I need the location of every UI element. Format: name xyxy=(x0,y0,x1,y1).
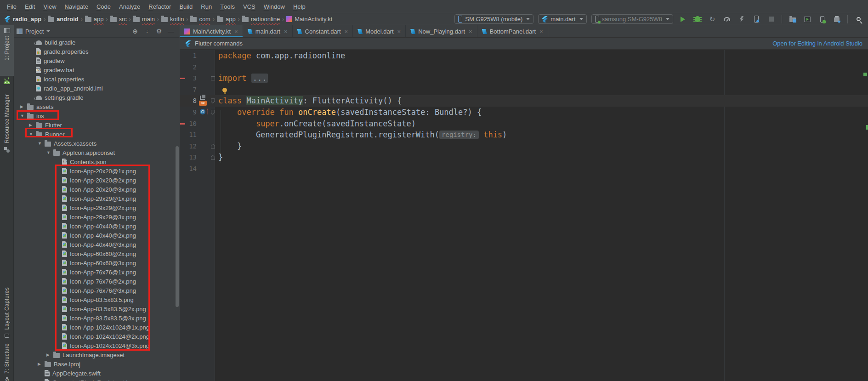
gutter-icons[interactable]: O xyxy=(199,107,211,118)
tree-row-icon-app-1024x1024-2x-png[interactable]: Icon-App-1024x1024@2x.png xyxy=(14,332,179,341)
sync-project-button[interactable] xyxy=(788,14,798,24)
tree-row-gradlew[interactable]: gradlew xyxy=(14,56,179,65)
menu-item-navigate[interactable]: Navigate xyxy=(61,0,92,13)
tree-row-gradle-properties[interactable]: gradle.properties xyxy=(14,47,179,56)
breadcrumb-item-com[interactable]: com xyxy=(190,16,210,23)
tree-row-contents-json[interactable]: Contents.json xyxy=(14,157,179,166)
tab-bottompanel-dart[interactable]: BottomPanel.dart× xyxy=(477,25,548,37)
tree-row-launchimage-imageset[interactable]: ▶LaunchImage.imageset xyxy=(14,350,179,359)
debug-button[interactable] xyxy=(692,14,703,24)
tab-main-dart[interactable]: main.dart× xyxy=(243,25,293,37)
code-editor[interactable]: 1package com.app.radioonline23import ...… xyxy=(180,50,868,381)
tree-row-appicon-appiconset[interactable]: ▼AppIcon.appiconset xyxy=(14,148,179,157)
breadcrumb-item-android[interactable]: android xyxy=(48,16,79,23)
menu-item-edit[interactable]: Edit xyxy=(21,0,39,13)
tree-row-runner[interactable]: ▼Runner xyxy=(14,130,179,139)
breadcrumb-item-kotlin[interactable]: kotlin xyxy=(161,16,184,23)
close-tab-icon[interactable]: × xyxy=(397,28,401,34)
close-tab-icon[interactable]: × xyxy=(284,28,288,34)
close-tab-icon[interactable]: × xyxy=(539,28,543,34)
tree-row-icon-app-40x40-1x-png[interactable]: Icon-App-40x40@1x.png xyxy=(14,222,179,231)
device-selector-dropdown[interactable]: SM G925W8 (mobile) xyxy=(454,14,533,24)
tree-row-icon-app-40x40-2x-png[interactable]: Icon-App-40x40@2x.png xyxy=(14,231,179,240)
tree-row-gradlew-bat[interactable]: gradlew.bat xyxy=(14,65,179,74)
tree-row-icon-app-60x60-2x-png[interactable]: Icon-App-60x60@2x.png xyxy=(14,249,179,258)
fold-marker[interactable] xyxy=(210,152,216,163)
tab-now_playing-dart[interactable]: Now_Playing.dart× xyxy=(406,25,477,37)
tree-row-icon-app-83-5x83-5-2x-png[interactable]: Icon-App-83.5x83.5@2x.png xyxy=(14,304,179,313)
breadcrumb-item-src[interactable]: src xyxy=(110,16,127,23)
apply-changes-button[interactable]: ↻ xyxy=(707,14,717,24)
sidebar-item-structure[interactable]: 7: Structure xyxy=(0,343,14,381)
profile-button[interactable] xyxy=(722,14,732,24)
tree-scrollbar[interactable] xyxy=(176,146,179,307)
menu-item-analyze[interactable]: Analyze xyxy=(115,0,144,13)
menu-item-vcs[interactable]: VCS xyxy=(239,0,260,13)
tree-row-assets[interactable]: ▶assets xyxy=(14,102,179,111)
menu-item-window[interactable]: Window xyxy=(260,0,289,13)
sidebar-item-project[interactable]: 1: Project xyxy=(0,25,14,76)
locate-file-button[interactable]: ⊕ xyxy=(130,26,140,36)
attach-debugger-button[interactable] xyxy=(751,14,761,24)
menu-item-tools[interactable]: Tools xyxy=(216,0,239,13)
tree-row-assets-xcassets[interactable]: ▼Assets.xcassets xyxy=(14,139,179,148)
close-tab-icon[interactable]: × xyxy=(345,28,348,34)
search-everywhere-button[interactable] xyxy=(853,14,863,24)
tree-row-icon-app-20x20-2x-png[interactable]: Icon-App-20x20@2x.png xyxy=(14,176,179,185)
breadcrumb-item-main[interactable]: main xyxy=(133,16,155,23)
avd-manager-button[interactable] xyxy=(802,14,812,24)
sdk-manager-button[interactable] xyxy=(832,14,842,24)
tree-row-icon-app-20x20-3x-png[interactable]: Icon-App-20x20@3x.png xyxy=(14,185,179,194)
tree-row-radio_app_android-iml[interactable]: radio_app_android.iml xyxy=(14,84,179,93)
stop-button[interactable] xyxy=(766,14,776,24)
settings-gear-button[interactable]: ⚙ xyxy=(154,26,164,36)
tree-row-icon-app-20x20-1x-png[interactable]: Icon-App-20x20@1x.png xyxy=(14,166,179,176)
tree-row-icon-app-29x29-2x-png[interactable]: Icon-App-29x29@2x.png xyxy=(14,203,179,212)
fold-marker[interactable] xyxy=(210,95,216,107)
tree-row-icon-app-83-5x83-5-3x-png[interactable]: Icon-App-83.5x83.5@3x.png xyxy=(14,313,179,323)
tree-row-ios[interactable]: ▼ios xyxy=(14,111,179,120)
menu-item-help[interactable]: Help xyxy=(289,0,310,13)
close-tab-icon[interactable]: × xyxy=(469,28,472,34)
menu-item-file[interactable]: File xyxy=(3,0,21,13)
tree-row-icon-app-76x76-1x-png[interactable]: Icon-App-76x76@1x.png xyxy=(14,267,179,277)
menu-item-run[interactable]: Run xyxy=(197,0,216,13)
tree-row-base-lproj[interactable]: ▶Base.lproj xyxy=(14,359,179,369)
tree-row-appdelegate-swift[interactable]: AppDelegate.swift xyxy=(14,369,179,378)
tree-row-icon-app-60x60-3x-png[interactable]: Icon-App-60x60@3x.png xyxy=(14,258,179,267)
panel-title[interactable]: Project xyxy=(25,28,44,35)
tree-row-build-gradle[interactable]: build.gradle xyxy=(14,38,179,47)
breadcrumb-item-mainactivity-kt[interactable]: MainActivity.kt xyxy=(286,16,332,23)
tree-row-icon-app-1024x1024-1x-png[interactable]: Icon-App-1024x1024@1x.png xyxy=(14,323,179,332)
sidebar-item-layout-captures[interactable]: Layout Captures xyxy=(0,287,14,338)
tree-row-icon-app-29x29-3x-png[interactable]: Icon-App-29x29@3x.png xyxy=(14,212,179,222)
breadcrumb-item-app[interactable]: app xyxy=(217,16,236,23)
sidebar-item-variants[interactable]: Variants xyxy=(0,378,14,381)
collapse-all-button[interactable]: ÷ xyxy=(142,26,152,36)
tab-constant-dart[interactable]: Constant.dart× xyxy=(293,25,353,37)
breadcrumb-item-radio_app[interactable]: radio_app xyxy=(5,16,41,23)
gutter-icons[interactable]: <> xyxy=(199,96,211,106)
fold-marker[interactable] xyxy=(210,107,216,118)
tab-mainactivity-kt[interactable]: MainActivity.kt× xyxy=(180,25,243,37)
breadcrumb-item-radioonline[interactable]: radioonline xyxy=(242,16,280,23)
tree-row-settings-gradle[interactable]: settings.gradle xyxy=(14,93,179,102)
menu-item-code[interactable]: Code xyxy=(92,0,115,13)
tab-model-dart[interactable]: Model.dart× xyxy=(353,25,406,37)
tree-row-icon-app-1024x1024-3x-png[interactable]: Icon-App-1024x1024@3x.png xyxy=(14,341,179,350)
open-in-android-studio-link[interactable]: Open for Editing in Android Studio xyxy=(772,40,862,47)
tree-row-local-properties[interactable]: local.properties xyxy=(14,74,179,84)
tree-row-icon-app-29x29-1x-png[interactable]: Icon-App-29x29@1x.png xyxy=(14,194,179,203)
tree-row-icon-app-83-5x83-5-png[interactable]: Icon-App-83.5x83.5.png xyxy=(14,295,179,304)
tree-row-generatedpluginregistrant-h[interactable]: GeneratedPluginRegistrant.h xyxy=(14,378,179,381)
menu-item-view[interactable]: View xyxy=(39,0,60,13)
menu-item-build[interactable]: Build xyxy=(175,0,197,13)
lightbulb-icon[interactable] xyxy=(222,88,227,92)
tree-row-icon-app-76x76-2x-png[interactable]: Icon-App-76x76@2x.png xyxy=(14,277,179,286)
close-tab-icon[interactable]: × xyxy=(234,28,238,34)
hide-panel-button[interactable]: — xyxy=(166,26,176,36)
fold-marker[interactable] xyxy=(210,141,216,152)
tree-row-icon-app-76x76-3x-png[interactable]: Icon-App-76x76@3x.png xyxy=(14,286,179,295)
target-device-dropdown[interactable]: samsung SM-G925W8 xyxy=(591,14,674,24)
menu-item-refactor[interactable]: Refactor xyxy=(144,0,175,13)
